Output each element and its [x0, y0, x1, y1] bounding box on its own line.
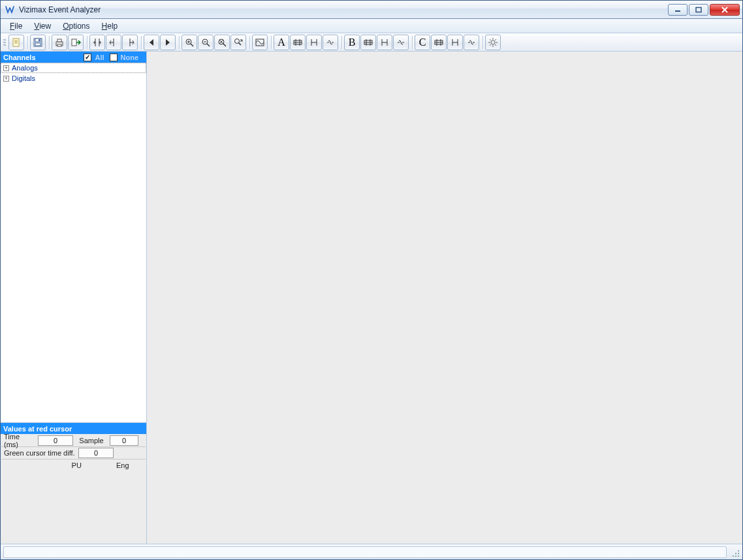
svg-line-25	[207, 44, 210, 46]
toolbar-grip-icon	[3, 36, 7, 49]
channels-all-checkbox[interactable]	[84, 54, 91, 61]
svg-line-63	[490, 44, 491, 46]
cursor-right-button[interactable]	[122, 35, 138, 50]
svg-line-21	[191, 44, 193, 46]
svg-line-61	[495, 44, 496, 46]
title-bar: Vizimax Event Analyzer	[1, 1, 742, 19]
toolbar-separator	[138, 35, 144, 50]
marker-c-span-button[interactable]	[447, 35, 463, 50]
marker-b-range-button[interactable]	[360, 35, 376, 50]
channels-title: Channels	[3, 54, 36, 61]
menu-help[interactable]: Help	[97, 20, 123, 32]
time-label: Time (ms)	[1, 433, 38, 448]
svg-rect-15	[72, 39, 76, 46]
cursor-both-button[interactable]	[89, 35, 105, 50]
svg-line-62	[495, 39, 496, 40]
waveform-button[interactable]	[252, 35, 268, 50]
tree-item-label: Analogs	[12, 64, 38, 72]
svg-rect-1	[696, 7, 701, 12]
green-diff-label: Green cursor time diff.	[1, 449, 78, 457]
export-button[interactable]	[68, 35, 84, 50]
channels-none-checkbox[interactable]	[110, 54, 118, 61]
zoom-region-button[interactable]	[230, 35, 246, 50]
toolbar-separator	[25, 35, 30, 50]
open-file-button[interactable]	[8, 35, 24, 50]
tree-item-label: Digitals	[12, 74, 35, 82]
app-icon	[5, 5, 15, 15]
zoom-in-button[interactable]	[182, 35, 197, 50]
menu-options[interactable]: Options	[57, 20, 95, 32]
marker-b-span-button[interactable]	[377, 35, 392, 50]
tree-item-analogs[interactable]: + Analogs	[1, 63, 146, 73]
toolbar-separator	[46, 35, 52, 50]
marker-c-button[interactable]: C	[415, 35, 430, 50]
marker-a-button[interactable]: A	[274, 35, 289, 50]
svg-line-28	[223, 44, 226, 46]
marker-b-link-button[interactable]	[393, 35, 409, 50]
svg-line-32	[239, 42, 242, 45]
toolbar-separator	[339, 35, 344, 50]
marker-a-link-button[interactable]	[323, 35, 338, 50]
svg-point-31	[235, 39, 240, 43]
marker-a-span-button[interactable]	[306, 35, 322, 50]
values-title: Values at red cursor	[3, 425, 72, 433]
maximize-button[interactable]	[689, 4, 708, 16]
channels-tree[interactable]: + Analogs + Digitals	[1, 63, 146, 422]
toolbar-separator	[480, 35, 485, 50]
graph-area[interactable]	[147, 52, 742, 544]
zoom-out-button[interactable]	[198, 35, 213, 50]
toolbar-separator	[247, 35, 252, 50]
green-diff-value: 0	[78, 448, 114, 458]
zoom-reset-button[interactable]	[214, 35, 230, 50]
minimize-button[interactable]	[668, 4, 688, 16]
values-panel: Values at red cursor Time (ms) 0 Sample …	[1, 422, 146, 544]
marker-c-link-button[interactable]	[464, 35, 479, 50]
menu-view[interactable]: View	[29, 20, 56, 32]
status-text	[3, 546, 727, 558]
menu-file[interactable]: File	[5, 20, 27, 32]
toolbar-separator	[84, 35, 89, 50]
toolbar-separator	[409, 35, 415, 50]
expand-icon[interactable]: +	[3, 76, 9, 82]
channels-header: Channels All None	[1, 52, 146, 63]
save-button[interactable]	[30, 35, 46, 50]
expand-icon[interactable]: +	[3, 65, 9, 71]
close-button[interactable]	[710, 4, 740, 16]
svg-rect-13	[57, 39, 61, 42]
content-area: Channels All None + Analogs + Digitals V…	[1, 52, 742, 544]
svg-rect-4	[13, 39, 19, 46]
svg-rect-14	[57, 44, 61, 46]
print-button[interactable]	[52, 35, 67, 50]
svg-point-55	[491, 40, 495, 44]
tree-item-digitals[interactable]: + Digitals	[1, 73, 146, 84]
time-value: 0	[38, 435, 73, 446]
settings-button[interactable]	[485, 35, 501, 50]
toolbar-separator	[176, 35, 182, 50]
toolbar-separator	[268, 35, 274, 50]
marker-a-range-button[interactable]	[290, 35, 306, 50]
eng-column-label: Eng	[100, 461, 146, 469]
cursor-left-button[interactable]	[106, 35, 121, 50]
window-title: Vizimax Event Analyzer	[19, 5, 668, 14]
svg-line-60	[490, 39, 491, 40]
svg-rect-11	[35, 43, 40, 46]
status-bar	[1, 544, 742, 559]
sample-label: Sample	[73, 437, 110, 444]
pu-column-label: PU	[54, 461, 100, 469]
marker-c-range-button[interactable]	[431, 35, 447, 50]
channels-none-label: None	[121, 54, 139, 61]
toolbar: A B C	[1, 33, 742, 52]
channels-all-label: All	[95, 54, 104, 61]
menu-bar: File View Options Help	[1, 19, 742, 33]
sample-value: 0	[110, 435, 138, 446]
resize-grip-icon[interactable]	[729, 547, 740, 557]
svg-rect-10	[39, 39, 40, 41]
nav-prev-button[interactable]	[144, 35, 159, 50]
sidebar: Channels All None + Analogs + Digitals V…	[1, 52, 147, 544]
nav-next-button[interactable]	[160, 35, 176, 50]
marker-b-button[interactable]: B	[344, 35, 360, 50]
